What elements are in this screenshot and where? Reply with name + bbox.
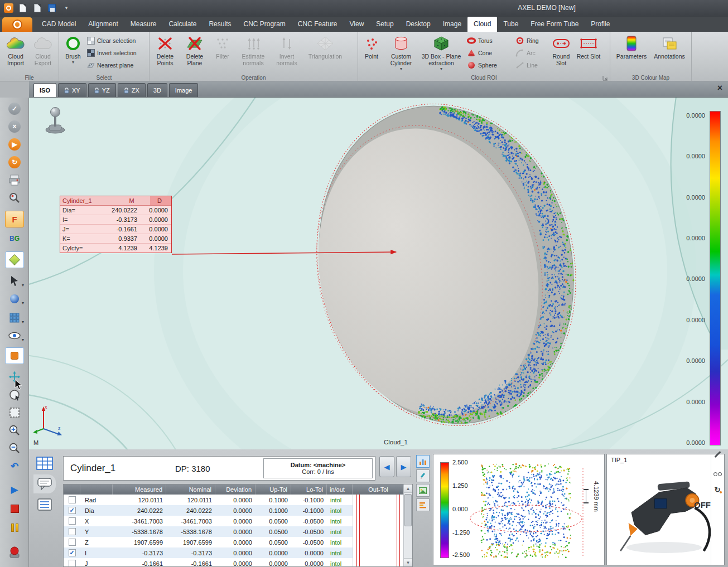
rect-select-button[interactable] [5,404,24,421]
roi-custom-cylinder-button[interactable]: Custom Cylinder ▾ [385,33,417,74]
roi-cone-button[interactable]: Cone [465,47,512,59]
view-tab-iso[interactable]: ISO [33,83,56,97]
run-button[interactable]: ▶ [5,136,24,153]
ribbon-tab-image[interactable]: Image [437,17,467,32]
qat-customize-caret-icon[interactable]: ▾ [61,3,71,13]
ribbon-tab-cad-model[interactable]: CAD Model [36,17,82,32]
table-scrollbar[interactable]: ▲ ▼ [403,484,412,566]
column-header[interactable] [80,484,113,495]
colour-map-tool-button[interactable] [5,251,24,268]
scroll-down-icon[interactable]: ▼ [404,558,412,566]
roi-sphere-button[interactable]: Sphere [465,59,512,71]
annotations-button[interactable]: Annotations [652,33,687,74]
ribbon-tab-calculate[interactable]: Calculate [162,17,203,32]
ribbon-tab-cnc-program[interactable]: CNC Program [237,17,291,32]
cloud-import-button[interactable]: Cloud Import [2,33,30,74]
filter-button[interactable]: Filter [210,33,235,74]
column-header[interactable]: Nominal [166,484,215,495]
row-checkbox[interactable] [69,517,76,525]
sphere-view-button[interactable]: ▾ [5,290,24,307]
roi-torus-button[interactable]: Torus [465,35,512,47]
roi-arc-button[interactable]: Arc [514,47,546,59]
pen-icon[interactable] [712,450,722,460]
select-tool-button[interactable]: ▾ [5,273,24,289]
bubble-view-button[interactable] [33,474,56,493]
column-header[interactable]: Out-Tol [353,484,404,495]
results-table[interactable]: MeasuredNominalDeviationUp-TolLo-Tolin/o… [63,484,413,567]
table-view-button[interactable] [33,454,56,473]
brush-button[interactable]: Brush ▾ [61,33,85,74]
ribbon-tab-free-form-tube[interactable]: Free Form Tube [524,17,585,32]
ribbon-tab-cloud[interactable]: Cloud [467,17,497,32]
ribbon-tab-profile[interactable]: Profile [585,17,616,32]
cancel-button[interactable]: × [5,118,24,135]
clear-selection-button[interactable]: Clear selection [85,35,138,47]
row-checkbox[interactable] [69,496,76,503]
view-tab-3d[interactable]: 3D [147,83,167,97]
table-row[interactable]: J-0.1661-0.16610.00000.00000.0000intol [64,558,404,567]
row-checkbox[interactable]: ✓ [69,549,76,556]
ribbon-tab-view[interactable]: View [344,17,370,32]
row-checkbox[interactable] [69,528,76,535]
list-view-button[interactable] [33,495,56,514]
next-feature-button[interactable]: ▶ [396,456,411,477]
record-button[interactable] [5,347,24,364]
program-pause-button[interactable] [5,519,24,536]
save-icon[interactable] [47,3,57,13]
table-row[interactable]: Z1907.65991907.65990.00000.0500-0.0500in… [64,537,404,547]
histogram-button[interactable] [416,455,430,468]
zoom-out-button[interactable] [5,440,24,457]
column-header[interactable]: in/out [327,484,353,495]
ribbon-tab-cnc-feature[interactable]: CNC Feature [292,17,344,32]
ribbon-tab-measure[interactable]: Measure [124,17,163,32]
roi-line-button[interactable]: Line [514,59,546,71]
column-header[interactable]: Measured [113,484,166,495]
edit-button[interactable] [416,469,430,482]
column-header[interactable] [64,484,80,495]
scroll-up-icon[interactable]: ▲ [404,484,412,493]
rotate-probe-icon[interactable]: ↻ [712,484,722,495]
table-row[interactable]: Rad120.0111120.01110.00000.1000-0.1000in… [64,495,404,505]
ribbon-tab-alignment[interactable]: Alignment [82,17,124,32]
scrollbar-thumb[interactable] [404,494,412,526]
parameters-button[interactable]: Parameters [615,33,648,74]
ribbon-tab-setup[interactable]: Setup [370,17,399,32]
view-tab-xy[interactable]: XY [58,83,86,97]
glasses-icon[interactable] [712,469,722,479]
open-file-icon[interactable] [32,3,42,13]
row-checkbox[interactable] [69,539,76,546]
nearest-plane-button[interactable]: Nearest plane [85,59,138,71]
zoom-in-button[interactable] [5,422,24,439]
triangulation-button[interactable]: Triangulation [304,33,346,74]
reset-view-button[interactable]: ↶ [5,458,24,474]
view-tab-zx[interactable]: ZX [118,83,146,97]
cloud-roi-dialog-launcher[interactable] [602,75,608,80]
column-header[interactable]: Deviation [215,484,255,495]
viewport-3d[interactable]: Cylinder_1 M D Dia=240.02220.0000I=-0.31… [29,98,728,449]
find-feature-button[interactable] [5,190,24,206]
grid-view-button[interactable]: ▾ [5,309,24,326]
invert-selection-button[interactable]: Invert selection [85,47,138,59]
roi-point-button[interactable]: Point [360,33,383,74]
barchart-button[interactable] [416,498,430,511]
roi-round-slot-button[interactable]: Round Slot [548,33,575,74]
invert-normals-button[interactable]: Invert normals [272,33,302,74]
row-checkbox[interactable]: ✓ [69,507,76,514]
new-file-icon[interactable] [18,3,28,13]
view-tab-yz[interactable]: YZ [88,83,116,97]
program-play-button[interactable]: ▶ [5,481,24,498]
cloud-export-button[interactable]: Cloud Export [30,33,56,74]
roi-box-plane-button[interactable]: 3D Box - Plane extraction ▾ [419,33,464,74]
prev-feature-button[interactable]: ◀ [379,456,394,477]
close-view-icon[interactable]: × [717,84,722,93]
program-stop-button[interactable] [5,500,24,517]
roi-r ect-slot-button[interactable]: Rect Slot [576,33,601,74]
column-header[interactable]: Up-Tol [255,484,291,495]
ribbon-tab-results[interactable]: Results [203,17,237,32]
measurement-annotation[interactable]: Cylinder_1 M D Dia=240.02220.0000I=-0.31… [60,196,172,253]
visibility-button[interactable]: ▾ [5,327,24,344]
table-row[interactable]: ✓I-0.3173-0.31730.00000.00000.0000intol [64,547,404,558]
loop-button[interactable]: ↻ [5,154,24,171]
emergency-stop-button[interactable] [5,544,24,560]
ribbon-tab-desktop[interactable]: Desktop [400,17,437,32]
